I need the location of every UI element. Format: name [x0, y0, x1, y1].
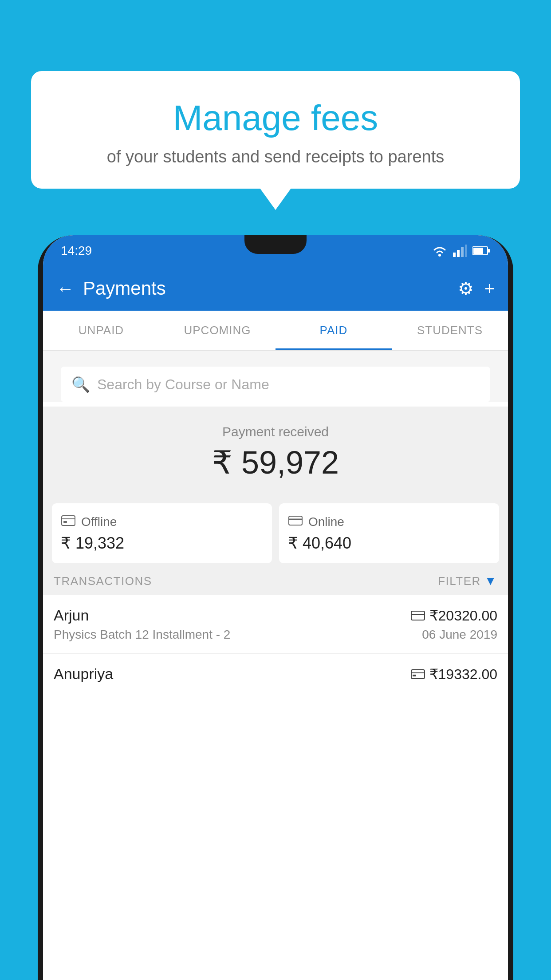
filter-label: FILTER: [438, 574, 481, 588]
signal-icon: [453, 245, 467, 257]
add-icon[interactable]: +: [484, 279, 495, 299]
app-bar: ← Payments ⚙ +: [43, 266, 508, 311]
svg-rect-2: [457, 250, 460, 257]
svg-rect-10: [63, 521, 67, 523]
app-bar-actions: ⚙ +: [458, 278, 495, 299]
settings-icon[interactable]: ⚙: [458, 278, 474, 299]
wifi-icon: [432, 245, 448, 257]
tab-unpaid[interactable]: UNPAID: [43, 311, 159, 350]
manage-fees-title: Manage fees: [49, 98, 502, 138]
svg-rect-11: [289, 516, 302, 525]
battery-icon: [472, 246, 490, 256]
tab-paid[interactable]: PAID: [276, 311, 392, 350]
phone-frame: 14:29: [38, 235, 513, 980]
offline-icon: [61, 514, 76, 530]
transactions-header: TRANSACTIONS FILTER ▼: [43, 563, 508, 595]
online-amount: ₹ 40,640: [288, 534, 490, 553]
transaction-course: Physics Batch 12 Installment - 2: [54, 628, 230, 642]
svg-rect-6: [473, 248, 483, 254]
svg-rect-7: [488, 249, 490, 253]
transaction-name: Anupriya: [54, 665, 113, 683]
online-icon: [288, 514, 303, 530]
transaction-name: Arjun: [54, 607, 89, 624]
speech-bubble: Manage fees of your students and send re…: [31, 71, 520, 189]
tab-bar: UNPAID UPCOMING PAID STUDENTS: [43, 311, 508, 351]
offline-amount: ₹ 19,332: [61, 534, 263, 553]
online-payment-card: Online ₹ 40,640: [279, 503, 499, 563]
transaction-amount: ₹19332.00: [429, 666, 497, 683]
filter-icon: ▼: [484, 574, 497, 588]
svg-rect-17: [413, 675, 416, 676]
svg-rect-1: [453, 253, 456, 257]
transactions-label: TRANSACTIONS: [54, 574, 152, 588]
manage-fees-subtitle: of your students and send receipts to pa…: [49, 147, 502, 166]
svg-rect-15: [411, 670, 425, 679]
search-bar[interactable]: 🔍 Search by Course or Name: [61, 367, 490, 402]
svg-rect-4: [465, 245, 467, 257]
payment-total-amount: ₹ 59,972: [52, 444, 499, 481]
transaction-date: 06 June 2019: [422, 628, 497, 642]
payment-cards: Offline ₹ 19,332 Online ₹ 4: [43, 494, 508, 563]
transaction-amount-row: ₹19332.00: [411, 666, 497, 683]
offline-label: Offline: [81, 515, 117, 529]
transaction-item[interactable]: Anupriya ₹19332.00: [43, 654, 508, 698]
transaction-item[interactable]: Arjun ₹20320.00 Physics Batch 12 Install…: [43, 595, 508, 654]
status-time: 14:29: [61, 244, 92, 258]
card-icon: [411, 610, 425, 621]
svg-rect-13: [411, 611, 425, 620]
notch: [244, 235, 307, 254]
offline-card-icon: [411, 668, 425, 680]
status-icons: [432, 245, 490, 257]
tab-students[interactable]: STUDENTS: [392, 311, 508, 350]
transaction-amount-row: ₹20320.00: [411, 607, 497, 624]
tab-upcoming[interactable]: UPCOMING: [159, 311, 276, 350]
payment-summary: Payment received ₹ 59,972: [43, 407, 508, 494]
search-input[interactable]: Search by Course or Name: [97, 376, 269, 393]
svg-rect-3: [461, 247, 464, 257]
status-bar: 14:29: [43, 235, 508, 266]
svg-point-0: [438, 254, 441, 257]
app-title: Payments: [83, 278, 449, 299]
svg-rect-8: [62, 516, 75, 526]
filter-button[interactable]: FILTER ▼: [438, 574, 497, 588]
payment-received-label: Payment received: [52, 424, 499, 439]
offline-payment-card: Offline ₹ 19,332: [52, 503, 272, 563]
search-icon: 🔍: [71, 375, 90, 393]
back-button[interactable]: ←: [56, 279, 74, 299]
transaction-amount: ₹20320.00: [429, 607, 497, 624]
phone-screen: 14:29: [43, 235, 508, 980]
online-label: Online: [308, 515, 344, 529]
